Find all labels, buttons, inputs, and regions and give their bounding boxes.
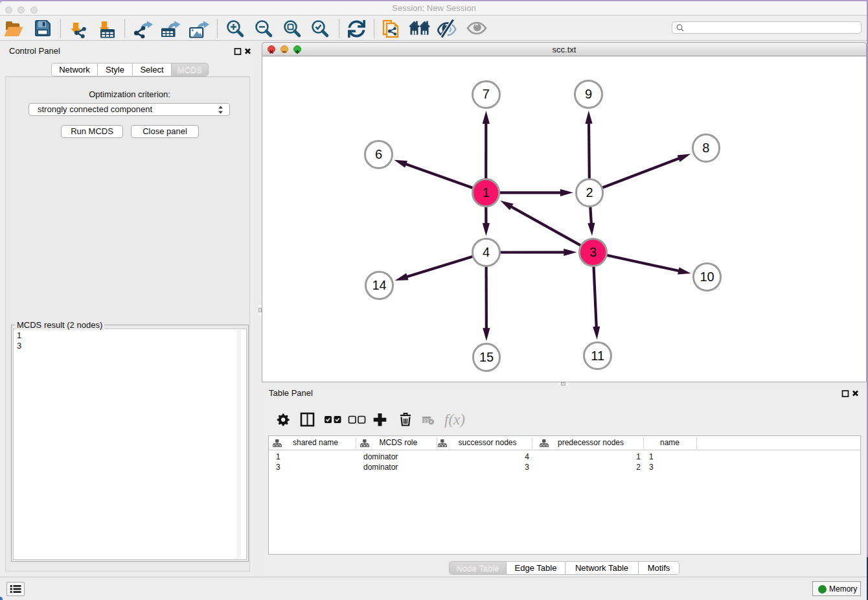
svg-text:f(x): f(x) xyxy=(444,411,465,428)
